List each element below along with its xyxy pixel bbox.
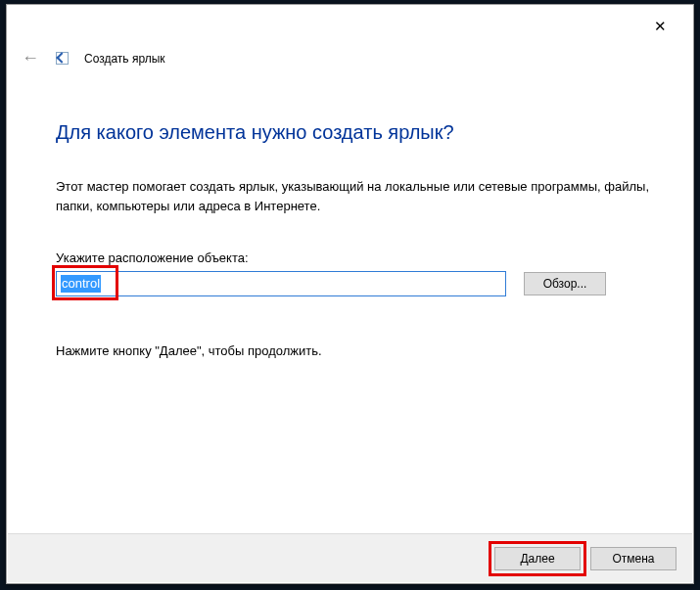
- create-shortcut-dialog: ✕ ← Создать ярлык Для какого элемента ну…: [6, 4, 694, 584]
- close-icon[interactable]: ✕: [640, 13, 679, 40]
- browse-button[interactable]: Обзор...: [524, 272, 606, 295]
- wizard-body: Для какого элемента нужно создать ярлык?…: [7, 78, 693, 358]
- location-label: Укажите расположение объекта:: [56, 250, 650, 265]
- dialog-footer: Далее Отмена: [8, 533, 692, 582]
- back-arrow-icon[interactable]: ←: [21, 48, 40, 68]
- header-row: ← Создать ярлык: [7, 48, 693, 78]
- location-row: control Обзор...: [56, 271, 650, 296]
- page-title: Создать ярлык: [84, 52, 165, 66]
- wizard-description: Этот мастер помогает создать ярлык, указ…: [56, 177, 650, 215]
- location-input-wrap: control: [56, 271, 506, 296]
- wizard-heading: Для какого элемента нужно создать ярлык?: [56, 121, 650, 144]
- continue-hint: Нажмите кнопку "Далее", чтобы продолжить…: [56, 343, 650, 358]
- next-button[interactable]: Далее: [494, 547, 581, 570]
- shortcut-icon: [56, 52, 69, 65]
- titlebar: ✕: [7, 5, 693, 48]
- next-button-wrap: Далее: [494, 547, 581, 570]
- location-input[interactable]: [56, 271, 506, 296]
- cancel-button[interactable]: Отмена: [590, 547, 677, 570]
